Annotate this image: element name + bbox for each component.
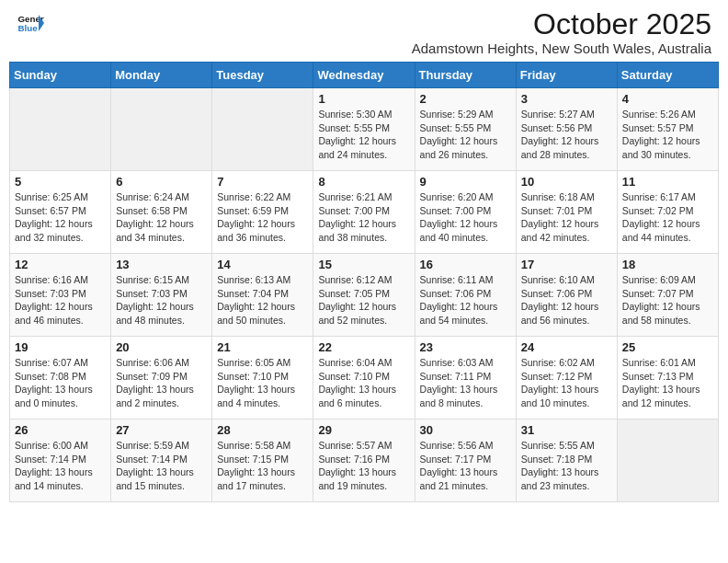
calendar-table: SundayMondayTuesdayWednesdayThursdayFrid… [9, 62, 719, 502]
calendar-cell: 14Sunrise: 6:13 AM Sunset: 7:04 PM Dayli… [212, 254, 313, 337]
day-info: Sunrise: 6:03 AM Sunset: 7:11 PM Dayligh… [420, 356, 511, 410]
calendar-cell: 20Sunrise: 6:06 AM Sunset: 7:09 PM Dayli… [111, 337, 212, 419]
title-block: October 2025 Adamstown Heights, New Sout… [412, 9, 711, 56]
day-number: 26 [15, 423, 106, 437]
day-number: 2 [420, 92, 511, 106]
week-row-1: 1Sunrise: 5:30 AM Sunset: 5:55 PM Daylig… [10, 88, 719, 171]
calendar-cell: 16Sunrise: 6:11 AM Sunset: 7:06 PM Dayli… [415, 254, 516, 337]
day-info: Sunrise: 6:11 AM Sunset: 7:06 PM Dayligh… [420, 273, 511, 327]
day-info: Sunrise: 5:56 AM Sunset: 7:17 PM Dayligh… [420, 439, 511, 493]
day-number: 15 [318, 258, 409, 271]
day-info: Sunrise: 6:05 AM Sunset: 7:10 PM Dayligh… [217, 356, 308, 410]
day-number: 5 [15, 175, 106, 189]
day-number: 24 [521, 340, 612, 354]
calendar-cell [111, 88, 212, 171]
calendar-cell: 9Sunrise: 6:20 AM Sunset: 7:00 PM Daylig… [415, 171, 516, 254]
day-info: Sunrise: 6:22 AM Sunset: 6:59 PM Dayligh… [217, 190, 308, 245]
day-info: Sunrise: 6:18 AM Sunset: 7:01 PM Dayligh… [521, 190, 612, 245]
day-number: 21 [217, 340, 308, 354]
day-number: 4 [622, 92, 713, 106]
day-number: 11 [622, 175, 713, 189]
day-number: 10 [521, 175, 612, 189]
logo: General Blue [17, 9, 44, 37]
day-info: Sunrise: 5:27 AM Sunset: 5:56 PM Dayligh… [521, 108, 612, 162]
day-info: Sunrise: 6:00 AM Sunset: 7:14 PM Dayligh… [15, 439, 106, 493]
day-number: 8 [318, 175, 409, 189]
calendar-cell: 31Sunrise: 5:55 AM Sunset: 7:18 PM Dayli… [516, 419, 617, 502]
calendar-cell: 8Sunrise: 6:21 AM Sunset: 7:00 PM Daylig… [313, 171, 415, 254]
day-info: Sunrise: 6:06 AM Sunset: 7:09 PM Dayligh… [116, 356, 207, 410]
day-info: Sunrise: 5:57 AM Sunset: 7:16 PM Dayligh… [318, 439, 409, 493]
calendar-cell: 13Sunrise: 6:15 AM Sunset: 7:03 PM Dayli… [111, 254, 212, 337]
calendar-cell: 28Sunrise: 5:58 AM Sunset: 7:15 PM Dayli… [212, 419, 313, 502]
calendar-cell: 7Sunrise: 6:22 AM Sunset: 6:59 PM Daylig… [212, 171, 313, 254]
day-info: Sunrise: 5:26 AM Sunset: 5:57 PM Dayligh… [622, 108, 713, 162]
day-number: 13 [116, 258, 207, 271]
month-title: October 2025 [412, 9, 711, 39]
day-number: 14 [217, 258, 308, 271]
location-title: Adamstown Heights, New South Wales, Aust… [412, 40, 711, 56]
calendar-cell: 5Sunrise: 6:25 AM Sunset: 6:57 PM Daylig… [10, 171, 111, 254]
day-number: 31 [521, 423, 612, 437]
calendar-cell: 15Sunrise: 6:12 AM Sunset: 7:05 PM Dayli… [313, 254, 415, 337]
week-row-2: 5Sunrise: 6:25 AM Sunset: 6:57 PM Daylig… [10, 171, 719, 254]
day-info: Sunrise: 6:10 AM Sunset: 7:06 PM Dayligh… [521, 273, 612, 327]
calendar-cell: 21Sunrise: 6:05 AM Sunset: 7:10 PM Dayli… [212, 337, 313, 419]
calendar-cell: 29Sunrise: 5:57 AM Sunset: 7:16 PM Dayli… [313, 419, 415, 502]
calendar-cell: 24Sunrise: 6:02 AM Sunset: 7:12 PM Dayli… [516, 337, 617, 419]
logo-icon: General Blue [17, 9, 44, 37]
day-number: 23 [420, 340, 511, 354]
weekday-saturday: Saturday [617, 63, 718, 88]
day-number: 28 [217, 423, 308, 437]
day-info: Sunrise: 6:24 AM Sunset: 6:58 PM Dayligh… [116, 190, 207, 245]
day-info: Sunrise: 6:01 AM Sunset: 7:13 PM Dayligh… [622, 356, 713, 410]
day-number: 6 [116, 175, 207, 189]
page-header: General Blue October 2025 Adamstown Heig… [9, 9, 719, 56]
day-number: 27 [116, 423, 207, 437]
day-number: 18 [622, 258, 713, 271]
week-row-3: 12Sunrise: 6:16 AM Sunset: 7:03 PM Dayli… [10, 254, 719, 337]
calendar-cell: 19Sunrise: 6:07 AM Sunset: 7:08 PM Dayli… [10, 337, 111, 419]
calendar-cell: 30Sunrise: 5:56 AM Sunset: 7:17 PM Dayli… [415, 419, 516, 502]
calendar-cell: 6Sunrise: 6:24 AM Sunset: 6:58 PM Daylig… [111, 171, 212, 254]
day-info: Sunrise: 5:55 AM Sunset: 7:18 PM Dayligh… [521, 439, 612, 493]
day-info: Sunrise: 6:04 AM Sunset: 7:10 PM Dayligh… [318, 356, 409, 410]
day-info: Sunrise: 6:21 AM Sunset: 7:00 PM Dayligh… [318, 190, 409, 245]
calendar-cell: 1Sunrise: 5:30 AM Sunset: 5:55 PM Daylig… [313, 88, 415, 171]
weekday-monday: Monday [111, 63, 212, 88]
calendar-cell: 10Sunrise: 6:18 AM Sunset: 7:01 PM Dayli… [516, 171, 617, 254]
day-number: 30 [420, 423, 511, 437]
calendar-cell: 12Sunrise: 6:16 AM Sunset: 7:03 PM Dayli… [10, 254, 111, 337]
day-number: 20 [116, 340, 207, 354]
calendar-cell [212, 88, 313, 171]
weekday-header-row: SundayMondayTuesdayWednesdayThursdayFrid… [10, 63, 719, 88]
calendar-cell: 22Sunrise: 6:04 AM Sunset: 7:10 PM Dayli… [313, 337, 415, 419]
weekday-thursday: Thursday [415, 63, 516, 88]
calendar-cell: 25Sunrise: 6:01 AM Sunset: 7:13 PM Dayli… [617, 337, 718, 419]
day-info: Sunrise: 6:20 AM Sunset: 7:00 PM Dayligh… [420, 190, 511, 245]
day-number: 29 [318, 423, 409, 437]
day-number: 16 [420, 258, 511, 271]
day-number: 1 [318, 92, 409, 106]
calendar-body: 1Sunrise: 5:30 AM Sunset: 5:55 PM Daylig… [10, 88, 719, 502]
day-number: 17 [521, 258, 612, 271]
calendar-cell [617, 419, 718, 502]
day-number: 25 [622, 340, 713, 354]
day-info: Sunrise: 6:12 AM Sunset: 7:05 PM Dayligh… [318, 273, 409, 327]
day-info: Sunrise: 5:59 AM Sunset: 7:14 PM Dayligh… [116, 439, 207, 493]
day-info: Sunrise: 5:29 AM Sunset: 5:55 PM Dayligh… [420, 108, 511, 162]
day-number: 12 [15, 258, 106, 271]
day-info: Sunrise: 6:25 AM Sunset: 6:57 PM Dayligh… [15, 190, 106, 245]
day-info: Sunrise: 6:15 AM Sunset: 7:03 PM Dayligh… [116, 273, 207, 327]
day-number: 9 [420, 175, 511, 189]
calendar-cell: 27Sunrise: 5:59 AM Sunset: 7:14 PM Dayli… [111, 419, 212, 502]
calendar-cell: 26Sunrise: 6:00 AM Sunset: 7:14 PM Dayli… [10, 419, 111, 502]
day-info: Sunrise: 6:07 AM Sunset: 7:08 PM Dayligh… [15, 356, 106, 410]
calendar-cell: 11Sunrise: 6:17 AM Sunset: 7:02 PM Dayli… [617, 171, 718, 254]
day-info: Sunrise: 6:02 AM Sunset: 7:12 PM Dayligh… [521, 356, 612, 410]
week-row-4: 19Sunrise: 6:07 AM Sunset: 7:08 PM Dayli… [10, 337, 719, 419]
day-number: 19 [15, 340, 106, 354]
day-info: Sunrise: 6:13 AM Sunset: 7:04 PM Dayligh… [217, 273, 308, 327]
calendar-cell: 4Sunrise: 5:26 AM Sunset: 5:57 PM Daylig… [617, 88, 718, 171]
calendar-cell: 17Sunrise: 6:10 AM Sunset: 7:06 PM Dayli… [516, 254, 617, 337]
